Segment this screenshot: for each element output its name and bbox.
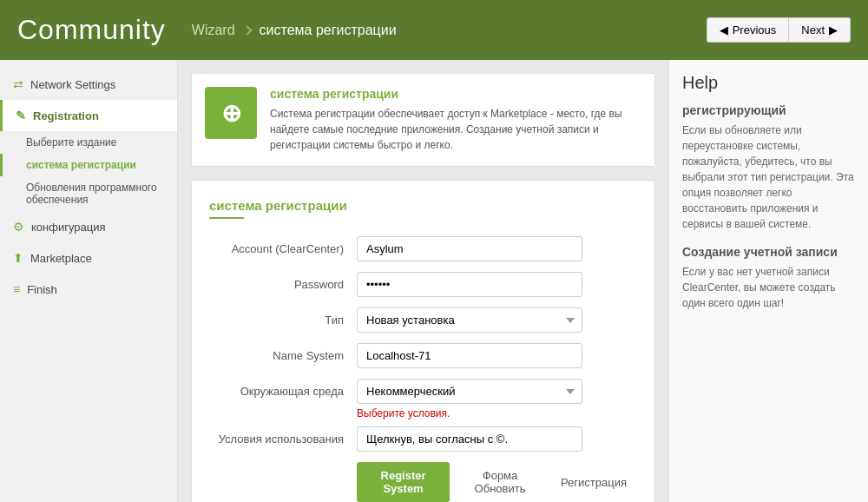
terms-input[interactable]: [357, 426, 582, 452]
sidebar-sub-item-system-reg[interactable]: система регистрации: [0, 154, 177, 176]
navigation-buttons: ◀ Previous Next ▶: [707, 17, 851, 43]
header: Community Wizard система регистрации ◀ P…: [0, 0, 868, 60]
help-section1-title: регистрирующий: [682, 103, 855, 117]
sidebar-item-network-settings[interactable]: ⇄ Network Settings: [0, 69, 177, 100]
registration-button[interactable]: Регистрация: [550, 462, 637, 502]
breadcrumb-current: система регистрации: [260, 23, 397, 38]
configuration-label: конфигурация: [31, 221, 106, 234]
sidebar-item-marketplace[interactable]: ⬆ Marketplace: [0, 242, 177, 274]
help-panel: Help регистрирующий Если вы обновляете и…: [668, 60, 868, 502]
info-card-text: система регистрации Система регистрации …: [270, 87, 641, 153]
help-section2-title: Создание учетной записи: [682, 245, 855, 259]
form-actions: Register System Форма Обновить Регистрац…: [357, 462, 637, 502]
main-layout: ⇄ Network Settings ✎ Registration Выбери…: [0, 60, 868, 502]
password-row: Password: [209, 272, 637, 297]
registration-label: Registration: [33, 109, 99, 122]
sidebar: ⇄ Network Settings ✎ Registration Выбери…: [0, 60, 178, 502]
finish-label: Finish: [27, 283, 57, 296]
plus-icon: ⊕: [221, 99, 241, 128]
name-system-input[interactable]: [357, 343, 582, 368]
password-input[interactable]: [357, 272, 582, 297]
breadcrumb-arrow-icon: [242, 25, 252, 35]
form-refresh-button[interactable]: Форма Обновить: [457, 462, 543, 502]
system-reg-label: система регистрации: [26, 159, 136, 171]
account-label: Account (ClearCenter): [209, 242, 357, 255]
prev-arrow-icon: ◀: [720, 23, 728, 36]
breadcrumb-wizard: Wizard: [192, 23, 235, 38]
type-label: Тип: [209, 314, 357, 327]
terms-row: Условия использования: [209, 426, 637, 452]
env-label: Окружающая среда: [209, 385, 357, 398]
edition-label: Выберите издание: [26, 136, 116, 149]
main-content: ⊕ система регистрации Система регистраци…: [178, 60, 668, 502]
env-error: Выберите условия.: [357, 407, 637, 419]
type-row: Тип Новая установка Обновление: [209, 307, 637, 333]
register-system-button[interactable]: Register System: [357, 462, 450, 502]
name-system-row: Name System: [209, 343, 637, 368]
form-card: система регистрации Account (ClearCenter…: [191, 180, 655, 502]
sidebar-sub-item-updates[interactable]: Обновления программного обеспечения: [0, 176, 177, 211]
previous-button[interactable]: ◀ Previous: [707, 17, 790, 43]
updates-label: Обновления программного обеспечения: [26, 182, 157, 206]
terms-label: Условия использования: [209, 433, 357, 446]
password-label: Password: [209, 278, 357, 291]
form-section-title: система регистрации: [209, 198, 637, 213]
sidebar-item-registration[interactable]: ✎ Registration: [0, 100, 177, 131]
config-icon: ⚙: [13, 220, 24, 234]
marketplace-icon: ⬆: [13, 251, 23, 265]
sidebar-item-finish[interactable]: ≡ Finish: [0, 274, 177, 305]
sidebar-item-configuration[interactable]: ⚙ конфигурация: [0, 211, 177, 242]
previous-label: Previous: [733, 23, 777, 36]
finish-icon: ≡: [13, 282, 20, 296]
name-system-label: Name System: [209, 349, 357, 362]
next-label: Next: [801, 23, 825, 36]
info-card-icon: ⊕: [205, 87, 257, 139]
info-card-description: Система регистрации обеспечивает доступ …: [270, 106, 641, 153]
account-input[interactable]: [357, 236, 582, 261]
account-row: Account (ClearCenter): [209, 236, 637, 261]
form-divider: [209, 217, 244, 219]
registration-icon: ✎: [16, 109, 26, 122]
next-button[interactable]: Next ▶: [789, 17, 851, 43]
info-card: ⊕ система регистрации Система регистраци…: [191, 73, 655, 167]
type-select[interactable]: Новая установка Обновление: [357, 307, 582, 333]
sidebar-sub-item-edition[interactable]: Выберите издание: [0, 131, 177, 154]
network-settings-label: Network Settings: [30, 78, 115, 91]
next-arrow-icon: ▶: [829, 23, 838, 36]
help-section2-text: Если у вас нет учетной записи ClearCente…: [682, 264, 855, 311]
info-card-title: система регистрации: [270, 87, 641, 101]
help-title: Help: [682, 73, 855, 93]
env-row: Окружающая среда Некоммерческий Коммерче…: [209, 379, 637, 404]
network-icon: ⇄: [13, 77, 23, 91]
logo: Community: [17, 14, 166, 46]
marketplace-label: Marketplace: [30, 252, 92, 265]
breadcrumb: Wizard система регистрации: [192, 23, 707, 38]
env-select[interactable]: Некоммерческий Коммерческий: [357, 379, 582, 404]
help-section1-text: Если вы обновляете или переустановке сис…: [682, 122, 855, 232]
